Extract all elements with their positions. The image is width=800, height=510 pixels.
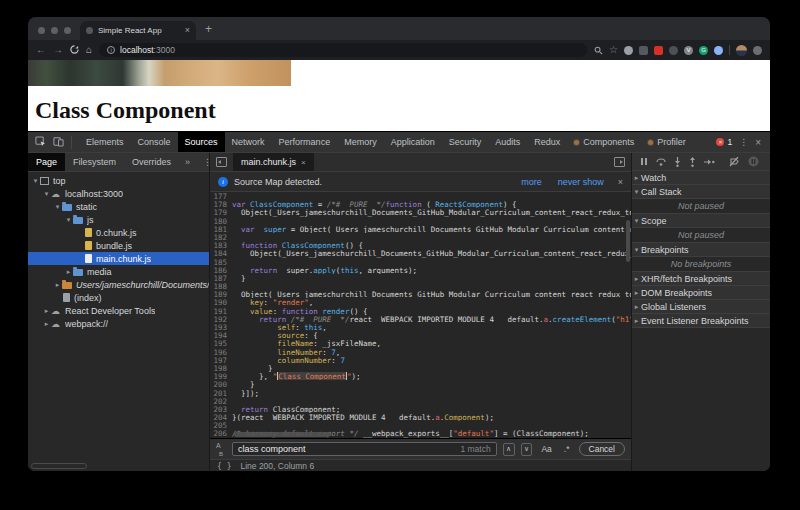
zoom-search-icon[interactable]: [594, 41, 603, 59]
line-number[interactable]: 189: [210, 290, 232, 298]
tree-item-media[interactable]: ▸media: [28, 265, 209, 278]
sourcemap-more-link[interactable]: more: [521, 177, 542, 187]
devtools-tab-application[interactable]: Application: [384, 132, 442, 152]
pretty-print-icon[interactable]: { }: [217, 462, 231, 471]
line-number[interactable]: 204: [210, 413, 232, 421]
reload-icon[interactable]: [70, 45, 79, 56]
line-number[interactable]: 185: [210, 258, 232, 266]
chevron-down-icon[interactable]: ▾: [632, 188, 641, 196]
line-number[interactable]: 196: [210, 348, 232, 356]
line-number[interactable]: 206: [210, 429, 232, 437]
ext-grammarly-icon[interactable]: G: [699, 46, 708, 55]
editor-tab-main-chunk[interactable]: main.chunk.js ×: [233, 153, 314, 171]
regex-button[interactable]: .*: [561, 444, 573, 454]
ext-shortcuts-icon[interactable]: [714, 46, 723, 55]
debugger-section-dom-breakpoints[interactable]: ▸DOM Breakpoints: [632, 286, 770, 300]
chevron-right-icon[interactable]: ▸: [42, 320, 51, 328]
line-number[interactable]: 191: [210, 307, 232, 315]
sidebar-tab-filesystem[interactable]: Filesystem: [65, 153, 124, 171]
tree-item-static[interactable]: ▾static: [28, 200, 209, 213]
bookmark-star-icon[interactable]: ☆: [609, 45, 618, 55]
match-case-button[interactable]: Aa: [538, 444, 554, 454]
tree-item-index[interactable]: (index): [28, 291, 209, 304]
sidebar-tab-page[interactable]: Page: [28, 153, 65, 171]
chevron-down-icon[interactable]: ▾: [42, 190, 51, 198]
devtools-tab-console[interactable]: Console: [131, 132, 178, 152]
line-number[interactable]: 203: [210, 405, 232, 413]
inspect-element-icon[interactable]: [35, 133, 46, 151]
step-out-icon[interactable]: [689, 157, 696, 167]
line-number[interactable]: 193: [210, 323, 232, 331]
devtools-tab-performance[interactable]: Performance: [272, 132, 338, 152]
deactivate-breakpoints-icon[interactable]: [729, 157, 740, 167]
close-window-button[interactable]: [38, 27, 45, 34]
editor-vscrollbar[interactable]: [626, 220, 630, 262]
search-input[interactable]: class component 1 match: [232, 442, 497, 456]
line-number[interactable]: 202: [210, 397, 232, 405]
code-lines[interactable]: 177178var ClassComponent = /*#__PURE__*/…: [210, 192, 631, 438]
previous-match-icon[interactable]: ∧: [503, 443, 515, 456]
devtools-tab-sources[interactable]: Sources: [178, 132, 225, 152]
site-info-icon[interactable]: i: [107, 46, 115, 54]
ext-mail-icon[interactable]: [639, 46, 648, 55]
zoom-window-button[interactable]: [64, 27, 71, 34]
chevron-right-icon[interactable]: ▸: [632, 317, 641, 325]
tree-item-webpack[interactable]: ▸☁webpack://: [28, 317, 209, 330]
sidebar-overflow-icon[interactable]: »: [179, 157, 196, 167]
chevron-right-icon[interactable]: ▸: [42, 307, 51, 315]
chevron-down-icon[interactable]: ▾: [632, 246, 641, 254]
debugger-section-xhr-fetch-breakpoints[interactable]: ▸XHR/fetch Breakpoints: [632, 272, 770, 286]
line-number[interactable]: 190: [210, 298, 232, 306]
cancel-button[interactable]: Cancel: [579, 442, 625, 456]
step-over-icon[interactable]: [656, 157, 666, 166]
sidebar-hscrollbar[interactable]: [31, 463, 87, 469]
tree-item-main-chunk-js[interactable]: main.chunk.js: [28, 252, 209, 265]
devtools-tab-security[interactable]: Security: [442, 132, 489, 152]
new-tab-button[interactable]: +: [196, 22, 222, 40]
devtools-menu-icon[interactable]: ⋮: [739, 137, 748, 147]
chevron-right-icon[interactable]: ▸: [632, 303, 641, 311]
debugger-section-global-listeners[interactable]: ▸Global Listeners: [632, 300, 770, 314]
line-number[interactable]: 194: [210, 331, 232, 339]
editor-tab-close-icon[interactable]: ×: [301, 158, 306, 167]
debugger-section-call-stack[interactable]: ▾Call Stack: [632, 185, 770, 199]
pause-on-exceptions-icon[interactable]: [748, 156, 759, 167]
ext-redux-icon[interactable]: [654, 46, 663, 55]
chevron-right-icon[interactable]: ▸: [632, 289, 641, 297]
error-badge[interactable]: × 1: [716, 137, 732, 147]
debugger-section-event-listener-breakpoints[interactable]: ▸Event Listener Breakpoints: [632, 314, 770, 328]
line-number[interactable]: 181: [210, 225, 232, 233]
ext-vue-icon[interactable]: V: [684, 46, 693, 55]
browser-menu-icon[interactable]: [753, 46, 762, 55]
tree-item-0-chunk-js[interactable]: 0.chunk.js: [28, 226, 209, 239]
line-number[interactable]: 198: [210, 364, 232, 372]
find-replace-icon[interactable]: AB: [216, 443, 226, 456]
ext-pin-icon[interactable]: [624, 46, 633, 55]
ext-react-icon[interactable]: [669, 46, 678, 55]
chevron-down-icon[interactable]: ▾: [53, 203, 62, 211]
expand-debugger-icon[interactable]: [614, 157, 625, 167]
chevron-right-icon[interactable]: ▸: [632, 275, 641, 283]
home-icon[interactable]: ⌂: [86, 45, 92, 55]
tree-item-react-developer-tools[interactable]: ▸☁React Developer Tools: [28, 304, 209, 317]
chevron-down-icon[interactable]: ▾: [31, 177, 40, 185]
tree-item-top[interactable]: ▾top: [28, 174, 209, 187]
debugger-section-scope[interactable]: ▾Scope: [632, 214, 770, 228]
next-match-icon[interactable]: ∨: [521, 443, 533, 456]
collapse-sidebar-icon[interactable]: [216, 157, 227, 167]
chevron-right-icon[interactable]: ▸: [632, 174, 641, 182]
devtools-tab-elements[interactable]: Elements: [79, 132, 131, 152]
line-number[interactable]: 199: [210, 372, 232, 380]
chevron-right-icon[interactable]: ▸: [53, 281, 62, 289]
devtools-tab-redux[interactable]: Redux: [527, 132, 567, 152]
minimize-window-button[interactable]: [51, 27, 58, 34]
back-icon[interactable]: ←: [36, 45, 46, 55]
line-number[interactable]: 179: [210, 208, 232, 216]
address-bar[interactable]: i localhost:3000: [99, 43, 587, 57]
devtools-tab-network[interactable]: Network: [225, 132, 272, 152]
line-number[interactable]: 178: [210, 200, 232, 208]
devtools-tab-audits[interactable]: Audits: [488, 132, 527, 152]
chevron-down-icon[interactable]: ▾: [632, 217, 641, 225]
chevron-right-icon[interactable]: ▸: [64, 268, 73, 276]
tree-item-users-jameschurchill-documents-github[interactable]: ▸Users/jameschurchill/Documents/GitHub: [28, 278, 209, 291]
